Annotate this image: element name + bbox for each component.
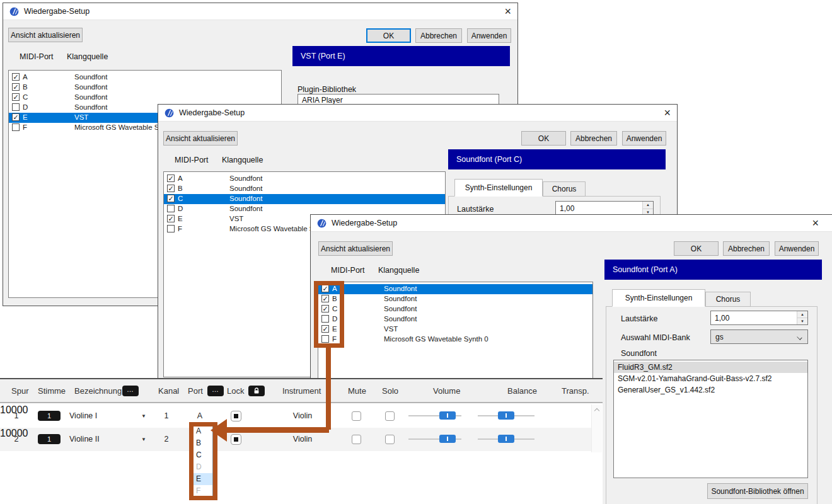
soundfont-item[interactable]: SGM-v2.01-YamahaGrand-Guit-Bass-v2.7.sf2	[614, 373, 807, 384]
port-source: Soundfont	[384, 305, 417, 312]
column-source: Klangquelle	[222, 156, 263, 164]
volume-slider-handle[interactable]	[439, 411, 456, 420]
mute-checkbox[interactable]	[352, 435, 361, 444]
tab-chorus[interactable]: Chorus	[543, 181, 586, 197]
port-checkbox-D[interactable]	[167, 205, 175, 212]
apply-button[interactable]: Anwenden	[622, 131, 666, 146]
tab-chorus[interactable]: Chorus	[705, 292, 751, 307]
cell-bezeichnung[interactable]: Violine II	[69, 435, 100, 444]
screenshot-stage: Wiedergabe-Setup × Ansicht aktualisieren…	[0, 0, 832, 504]
port-source: Soundfont	[74, 103, 107, 111]
refresh-view-button[interactable]: Ansicht aktualisieren	[318, 241, 393, 256]
cancel-button[interactable]: Abbrechen	[570, 131, 617, 146]
close-icon[interactable]: ×	[812, 217, 819, 229]
solo-checkbox[interactable]	[385, 435, 395, 444]
chevron-down-icon	[797, 335, 802, 340]
bezeichnung-edit-icon[interactable]: …	[122, 386, 139, 396]
mixer-scrollbar[interactable]	[591, 404, 602, 452]
balance-slider[interactable]	[478, 415, 534, 416]
titlebar[interactable]: Wiedergabe-Setup ×	[311, 215, 832, 232]
cell-bezeichnung[interactable]: Violine I	[69, 411, 97, 420]
spin-arrows-icon[interactable]: ▲▼	[642, 202, 653, 215]
port-row-D[interactable]: DSoundfont	[318, 314, 592, 324]
header-spur: Spur	[11, 386, 28, 396]
mute-checkbox[interactable]	[352, 411, 361, 421]
port-checkbox-D[interactable]	[12, 103, 20, 111]
port-edit-icon[interactable]: …	[207, 386, 224, 396]
port-row-A[interactable]: ✓ASoundfont	[164, 174, 445, 184]
port-row-B[interactable]: ✓BSoundfont	[318, 294, 592, 304]
solo-checkbox[interactable]	[385, 411, 395, 421]
ok-button[interactable]: OK	[521, 131, 566, 146]
port-row-C[interactable]: ✓CSoundfont	[9, 93, 281, 103]
tab-synth-settings[interactable]: Synth-Einstellungen	[612, 289, 705, 307]
voice-badge[interactable]: 1	[38, 434, 61, 444]
spin-arrows-icon[interactable]: ▲▼	[797, 311, 807, 324]
apply-button[interactable]: Anwenden	[467, 28, 511, 43]
apply-button[interactable]: Anwenden	[775, 241, 819, 256]
titlebar[interactable]: Wiedergabe-Setup ×	[158, 105, 677, 122]
dropdown-arrow-icon[interactable]: ▼	[141, 437, 146, 442]
volume-slider[interactable]	[408, 415, 461, 416]
open-soundfont-library-button[interactable]: Soundfont-Bibliothek öffnen	[707, 483, 808, 499]
port-checkbox-C[interactable]: ✓	[12, 93, 20, 101]
ok-button[interactable]: OK	[674, 241, 719, 256]
balance-slider-handle[interactable]	[498, 411, 514, 420]
app-logo-icon	[9, 7, 19, 16]
header-solo: Solo	[382, 386, 398, 396]
lock-checkbox[interactable]	[231, 411, 241, 421]
soundfont-item[interactable]: FluidR3_GM.sf2	[614, 362, 807, 373]
port-row-A[interactable]: ✓ASoundfont	[9, 72, 281, 83]
port-row-B[interactable]: ✓BSoundfont	[164, 184, 445, 194]
port-source: Soundfont	[384, 295, 417, 302]
port-row-C[interactable]: ✓CSoundfont	[318, 304, 592, 314]
port-row-F[interactable]: FMicrosoft GS Wavetable Synth 0	[318, 335, 592, 345]
volume-slider[interactable]	[408, 438, 461, 440]
app-logo-icon	[317, 219, 326, 228]
port-checkbox-E[interactable]: ✓	[12, 113, 20, 121]
port-row-E[interactable]: ✓EVST	[318, 324, 592, 335]
port-letter: A	[178, 175, 183, 182]
port-checkbox-F[interactable]	[12, 123, 20, 131]
port-checkbox-F[interactable]	[167, 225, 175, 232]
scroll-up-icon	[594, 408, 599, 413]
port-row-C[interactable]: ✓CSoundfont	[164, 194, 445, 204]
port-row-D[interactable]: DSoundfont	[164, 204, 445, 214]
cancel-button[interactable]: Abbrechen	[723, 241, 770, 256]
cancel-button[interactable]: Abbrechen	[415, 28, 462, 43]
voice-badge[interactable]: 1	[38, 411, 61, 421]
port-checkbox-E[interactable]: ✓	[167, 215, 175, 222]
header-kanal: Kanal	[158, 386, 179, 396]
port-checkbox-A[interactable]: ✓	[12, 73, 20, 81]
close-icon[interactable]: ×	[504, 6, 511, 17]
ok-button[interactable]: OK	[366, 28, 411, 43]
port-checkbox-B[interactable]: ✓	[12, 83, 20, 91]
lock-icon[interactable]	[248, 386, 265, 396]
panel-header: Soundfont (Port A)	[604, 260, 822, 280]
transp-value: 0	[23, 428, 28, 438]
close-icon[interactable]: ×	[664, 107, 671, 118]
port-row-A[interactable]: ✓ASoundfont	[318, 284, 592, 294]
cell-port[interactable]: A	[195, 411, 205, 420]
midi-bank-dropdown[interactable]: gs	[710, 329, 808, 344]
port-row-B[interactable]: ✓BSoundfont	[9, 83, 281, 93]
dropdown-arrow-icon[interactable]: ▼	[141, 413, 146, 419]
port-checkbox-B[interactable]: ✓	[167, 185, 175, 192]
soundfont-item[interactable]: GeneralUser_GS_v1.442.sf2	[614, 384, 807, 396]
balance-slider[interactable]	[478, 438, 534, 440]
port-checkbox-C[interactable]: ✓	[167, 195, 175, 202]
tab-synth-settings[interactable]: Synth-Einstellungen	[454, 179, 543, 197]
balance-slider-handle[interactable]	[498, 435, 514, 443]
port-source: Soundfont	[74, 93, 107, 101]
lock-checkbox[interactable]	[231, 434, 241, 445]
port-source: Soundfont	[74, 83, 107, 91]
volume-spinbox[interactable]: 1,00 ▲▼	[710, 311, 808, 325]
column-source: Klangquelle	[67, 52, 108, 61]
refresh-view-button[interactable]: Ansicht aktualisieren	[8, 28, 83, 42]
column-source: Klangquelle	[378, 266, 419, 275]
titlebar[interactable]: Wiedergabe-Setup ×	[3, 3, 517, 20]
volume-value: 1,00	[560, 204, 574, 213]
volume-slider-handle[interactable]	[439, 435, 456, 443]
refresh-view-button[interactable]: Ansicht aktualisieren	[163, 131, 238, 146]
port-checkbox-A[interactable]: ✓	[167, 175, 175, 182]
